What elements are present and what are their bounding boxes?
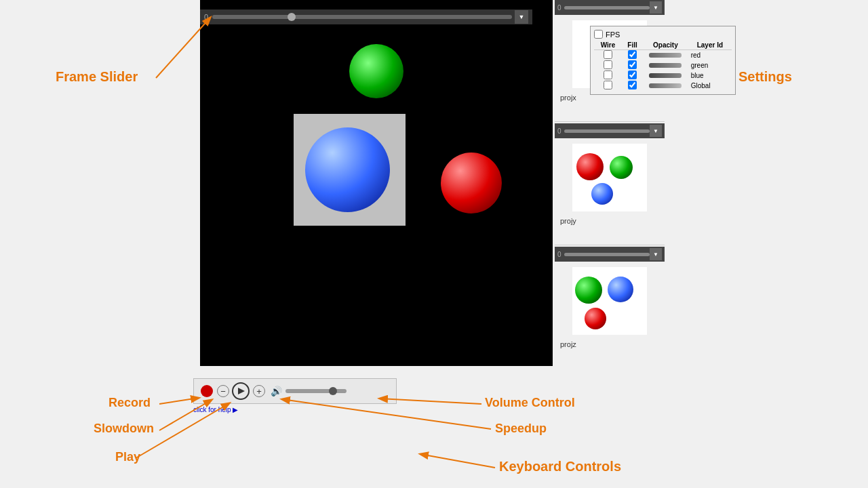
col-wire: Wire bbox=[594, 41, 622, 50]
red-sphere bbox=[441, 152, 502, 214]
slowdown-button[interactable]: − bbox=[217, 385, 229, 397]
volume-slider[interactable] bbox=[285, 389, 347, 393]
fill-red[interactable] bbox=[628, 50, 637, 59]
projx-num: 0 bbox=[557, 4, 561, 12]
bottom-area: − + 🔊 click for help ▶ space: play/pause… bbox=[0, 366, 868, 488]
col-layer-id: Layer Id bbox=[688, 41, 732, 50]
frame-number: 0 bbox=[204, 13, 208, 21]
fps-row-red: red bbox=[594, 50, 732, 61]
projz-block: 0 ▼ projz bbox=[555, 247, 665, 369]
wire-blue[interactable] bbox=[604, 70, 612, 79]
play-button[interactable] bbox=[232, 382, 250, 400]
volume-icon: 🔊 bbox=[271, 386, 282, 396]
fps-label: FPS bbox=[606, 30, 620, 39]
projy-num: 0 bbox=[557, 127, 561, 135]
fps-checkbox[interactable] bbox=[594, 30, 603, 39]
fps-panel: FPS Wire Fill Opacity Layer Id red green bbox=[590, 26, 736, 95]
speedup-button[interactable]: + bbox=[253, 385, 265, 397]
blue-sphere bbox=[305, 127, 390, 212]
layer-global: Global bbox=[688, 81, 732, 91]
frame-slider-bar[interactable]: 0 ▼ bbox=[200, 9, 532, 24]
layer-blue: blue bbox=[688, 70, 732, 81]
projy-block: 0 ▼ projy bbox=[555, 123, 665, 245]
wire-red[interactable] bbox=[604, 50, 612, 59]
projy-slider-bar[interactable]: 0 ▼ bbox=[555, 123, 665, 138]
projz-slider-bar[interactable]: 0 ▼ bbox=[555, 247, 665, 262]
projy-dropdown[interactable]: ▼ bbox=[650, 125, 662, 137]
fps-row-green: green bbox=[594, 60, 732, 70]
frame-slider-label: Frame Slider bbox=[56, 69, 138, 84]
projy-name: projy bbox=[555, 217, 665, 225]
frame-slider-track[interactable] bbox=[212, 15, 512, 19]
projz-canvas bbox=[572, 267, 647, 335]
col-opacity: Opacity bbox=[643, 41, 688, 50]
help-link[interactable]: click for help ▶ bbox=[193, 406, 868, 413]
fps-row-blue: blue bbox=[594, 70, 732, 81]
layer-red: red bbox=[688, 50, 732, 61]
projx-dropdown[interactable]: ▼ bbox=[650, 1, 662, 14]
play-icon bbox=[238, 388, 245, 394]
fps-row-global: Global bbox=[594, 81, 732, 91]
fill-green[interactable] bbox=[628, 60, 637, 69]
fill-blue[interactable] bbox=[628, 70, 637, 79]
record-button[interactable] bbox=[201, 385, 213, 397]
controls-row: − + 🔊 bbox=[193, 378, 397, 404]
green-sphere bbox=[349, 44, 403, 98]
projz-num: 0 bbox=[557, 251, 561, 258]
wire-global[interactable] bbox=[604, 81, 612, 89]
projy-canvas bbox=[572, 144, 647, 211]
projz-dropdown[interactable]: ▼ bbox=[650, 248, 662, 260]
layer-green: green bbox=[688, 60, 732, 70]
fill-global[interactable] bbox=[628, 81, 637, 89]
frame-slider-dropdown[interactable]: ▼ bbox=[515, 10, 528, 24]
col-fill: Fill bbox=[622, 41, 643, 50]
projx-slider-bar[interactable]: 0 ▼ bbox=[555, 0, 665, 15]
projz-name: projz bbox=[555, 340, 665, 348]
wire-green[interactable] bbox=[604, 60, 612, 69]
